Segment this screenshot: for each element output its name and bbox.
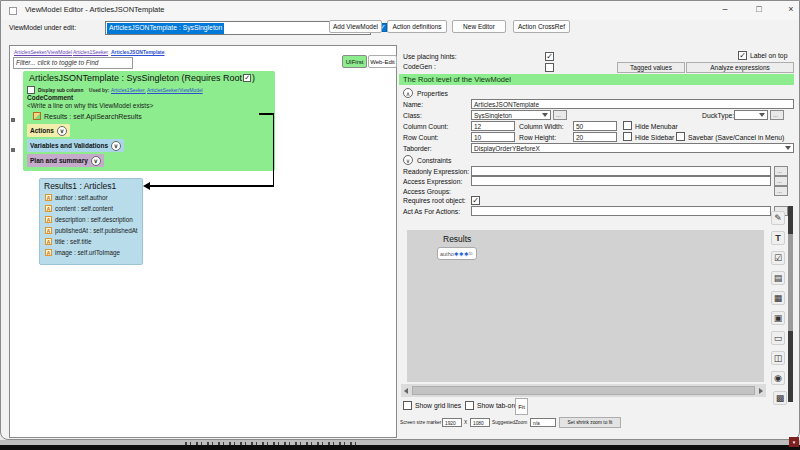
field-label: image : self.urlToImage xyxy=(55,249,120,256)
column-width-input[interactable]: 50 xyxy=(573,121,617,131)
tagged-values-button[interactable]: Tagged values xyxy=(617,62,685,73)
chevron-down-icon[interactable] xyxy=(57,126,67,136)
ducktype-browse-button[interactable]: ... xyxy=(770,110,784,120)
row-height-input[interactable]: 20 xyxy=(573,132,617,142)
text-tool-icon[interactable]: T xyxy=(771,231,785,245)
preview-canvas[interactable]: Results autho ∗∗∗ to xyxy=(407,230,764,382)
chevron-down-icon[interactable] xyxy=(91,156,101,166)
plan-summary-chip[interactable]: Plan and summary xyxy=(27,154,104,167)
resize-grip[interactable] xyxy=(11,118,15,122)
class-browse-button[interactable]: ... xyxy=(553,110,567,120)
checkbox-tool-icon[interactable]: ☑ xyxy=(771,251,785,265)
new-editor-button[interactable]: New Editor xyxy=(452,20,506,33)
field-row[interactable]: author : self.author xyxy=(45,194,108,201)
expand-icon[interactable] xyxy=(403,155,413,165)
screen-height-input[interactable]: 1080 xyxy=(470,418,490,427)
filter-input[interactable]: Filter... click to toggle to Find xyxy=(13,57,133,69)
hide-sidebar-checkbox[interactable] xyxy=(623,132,632,141)
add-viewmodel-button[interactable]: Add ViewModel xyxy=(329,20,382,33)
access-expression-browse-button[interactable]: ... xyxy=(774,176,788,186)
readonly-expression-input[interactable] xyxy=(471,166,771,176)
show-grid-lines-checkbox[interactable] xyxy=(403,401,412,410)
pin-icon[interactable]: ▾ xyxy=(789,437,799,447)
vertical-scrollbar[interactable] xyxy=(788,206,793,402)
show-tab-order-checkbox[interactable] xyxy=(465,401,474,410)
actions-chip[interactable]: Actions xyxy=(27,124,70,137)
attribute-icon xyxy=(45,205,52,212)
button-tool-icon[interactable]: ▭ xyxy=(771,331,785,345)
analyze-expressions-button[interactable]: Analyze expressions xyxy=(686,62,794,73)
horizontal-scrollbar-thumb[interactable] xyxy=(412,386,755,395)
codegen-checkbox[interactable] xyxy=(545,63,554,72)
column-count-input[interactable]: 12 xyxy=(471,121,515,131)
webedit-button[interactable]: Web-Edit xyxy=(368,55,397,68)
name-input[interactable]: ArticlesJSONTemplate xyxy=(471,99,794,109)
column-width-label: Column Width: xyxy=(519,123,564,130)
field-row[interactable]: title : self.title xyxy=(45,238,91,245)
vertical-scrollbar-thumb[interactable] xyxy=(788,234,793,331)
codegen-label: CodeGen : xyxy=(403,63,436,70)
field-row[interactable]: description : self.description xyxy=(45,216,133,223)
suggested-zoom-input[interactable]: n/a xyxy=(530,418,556,427)
preview-field-text: autho xyxy=(440,251,454,257)
savebar-checkbox[interactable] xyxy=(676,132,685,141)
maximize-button[interactable]: □ xyxy=(747,1,771,19)
preview-author-field[interactable]: autho ∗∗∗ to xyxy=(437,247,477,260)
properties-section-header[interactable]: Properties xyxy=(403,88,448,98)
calendar-tool-icon[interactable]: ▦ xyxy=(771,291,785,305)
grid-tool-icon[interactable]: ▩ xyxy=(773,391,787,405)
resize-grip[interactable] xyxy=(11,148,15,152)
action-definitions-button[interactable]: Action definitions xyxy=(387,20,447,33)
access-expression-input[interactable] xyxy=(471,176,771,186)
column-count-label: Column Count: xyxy=(403,123,448,130)
field-row[interactable]: publishedAt : self.publishedAt xyxy=(45,227,138,234)
readonly-browse-button[interactable]: ... xyxy=(774,166,788,176)
edit-tool-icon[interactable]: ✎ xyxy=(771,211,785,225)
access-groups-browse-button[interactable]: ... xyxy=(774,186,788,196)
label-on-top-checkbox[interactable] xyxy=(738,51,747,60)
taborder-combo[interactable]: DisplayOrderYBeforeX xyxy=(471,143,794,153)
minimize-button[interactable]: – xyxy=(713,1,737,19)
class-combo[interactable]: SysSingleton xyxy=(471,110,551,120)
camera-tool-icon[interactable]: ◉ xyxy=(771,371,785,385)
row-count-input[interactable]: 10 xyxy=(471,132,515,142)
hide-menubar-checkbox[interactable] xyxy=(623,121,632,130)
requires-root-object-checkbox[interactable] xyxy=(471,196,480,205)
screen-width-input[interactable]: 1920 xyxy=(442,418,462,427)
attribute-icon xyxy=(45,249,52,256)
root-box-title-row: ArticlesJSONTemplate : SysSingleton (Req… xyxy=(29,73,273,83)
code-comment-placeholder[interactable]: <Write a line on why this ViewModel exis… xyxy=(27,102,153,109)
panel-tool-icon[interactable]: ◫ xyxy=(771,351,785,365)
field-row[interactable]: content : self.content xyxy=(45,205,113,212)
use-placing-hints-checkbox[interactable] xyxy=(545,52,554,61)
taborder-label: Taborder: xyxy=(403,145,432,152)
chevron-down-icon[interactable] xyxy=(111,141,121,151)
display-sub-column-checkbox[interactable] xyxy=(27,86,35,94)
breadcrumb-link-1[interactable]: ArticlesSeeker/ViewModel xyxy=(14,49,72,55)
variables-validations-chip[interactable]: Variables and Validations xyxy=(27,139,124,152)
results-field-row[interactable]: Results : self.ApiSearchResults xyxy=(33,112,142,120)
field-row[interactable]: image : self.urlToImage xyxy=(45,249,120,256)
dropdown-tool-icon[interactable]: ▤ xyxy=(771,271,785,285)
results-collection-box[interactable]: Results1 : Articles1 author : self.autho… xyxy=(39,178,143,265)
set-shrink-zoom-button[interactable]: Set shrink zoom to fit xyxy=(559,417,621,428)
horizontal-scrollbar[interactable] xyxy=(401,384,766,397)
breadcrumb-current: ArticlesJSONTemplate xyxy=(111,49,165,55)
uifirst-button[interactable]: UIFirst xyxy=(342,55,367,68)
scroll-left-icon[interactable] xyxy=(404,388,408,394)
image-tool-icon[interactable]: ▣ xyxy=(771,311,785,325)
scroll-right-icon[interactable] xyxy=(759,388,763,394)
used-by-link-2[interactable]: ArticlesSeeker/ViewModel xyxy=(147,88,203,93)
field-label: description : self.description xyxy=(55,216,133,223)
fit-button[interactable]: Fit xyxy=(515,398,528,415)
used-by-link-1[interactable]: Articles1Seeker, xyxy=(111,88,146,93)
constraints-section-header[interactable]: Constraints xyxy=(403,155,451,165)
close-button[interactable]: × xyxy=(779,1,800,19)
act-as-for-actions-label: Act As For Actions: xyxy=(403,208,460,215)
action-crossref-button[interactable]: Action CrossRef xyxy=(513,20,570,33)
root-viewmodel-box[interactable]: ArticlesJSONTemplate : SysSingleton (Req… xyxy=(23,71,275,171)
collapse-icon[interactable] xyxy=(403,88,413,98)
breadcrumb-link-2[interactable]: Articles1Seeker xyxy=(73,49,108,55)
act-as-for-actions-input[interactable] xyxy=(471,206,771,216)
requires-root-checkbox[interactable] xyxy=(243,74,251,82)
